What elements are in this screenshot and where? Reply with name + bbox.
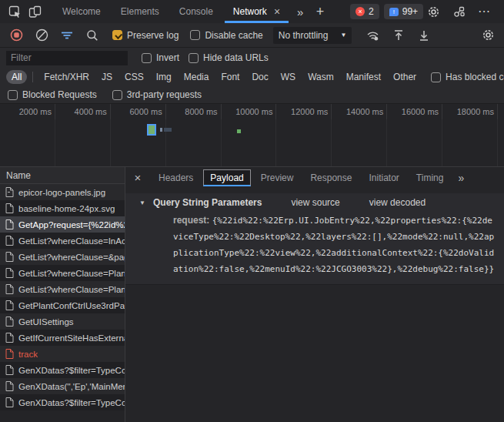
detail-tab-response[interactable]: Response (303, 169, 359, 186)
tick-label: 10000 ms (222, 104, 277, 119)
grid-column (387, 119, 442, 166)
type-filter-doc[interactable]: Doc (246, 70, 273, 84)
request-row[interactable]: GetList?whereClause=Plant+... (0, 281, 125, 297)
download-arrow-icon (418, 29, 430, 42)
blocked-requests-checkbox[interactable]: Blocked Requests (8, 89, 97, 100)
request-row-error[interactable]: track (0, 346, 125, 362)
request-name: epicor-logo-panels.jpg (18, 188, 105, 197)
third-party-requests-checkbox[interactable]: 3rd-party requests (112, 89, 202, 100)
throttling-dropdown[interactable]: No throttling ▼ (273, 27, 352, 44)
type-filter-wasm[interactable]: Wasm (302, 70, 339, 84)
tab-elements[interactable]: Elements (111, 0, 169, 23)
request-row[interactable]: GenXDatas('','Ep','MainMenuH... (0, 378, 125, 394)
close-devtools-button[interactable]: × (499, 2, 504, 22)
request-row[interactable]: GetPlantConfCtrlUse3rdPartyS... (0, 297, 125, 313)
request-name: GetList?whereClause=Plant+... (18, 285, 125, 294)
grid-column (442, 119, 498, 166)
checkbox-unchecked-icon (190, 30, 200, 40)
type-filter-media[interactable]: Media (179, 70, 215, 84)
request-row[interactable]: GenXDatas?$filter=TypeCode... (0, 362, 125, 378)
invert-checkbox[interactable]: Invert (142, 52, 179, 63)
name-column-header[interactable]: Name (0, 167, 125, 184)
disable-cache-checkbox[interactable]: Disable cache (190, 30, 262, 41)
tick-label: 2000 ms (0, 104, 55, 119)
type-filter-other[interactable]: Other (388, 70, 422, 84)
error-icon: × (355, 7, 365, 16)
request-row[interactable]: GetList?whereClause=InActive... (0, 233, 125, 249)
error-count-badge[interactable]: × 2 (350, 4, 379, 19)
waterfall-overview[interactable] (0, 119, 504, 166)
detail-tab-preview[interactable]: Preview (254, 169, 301, 186)
close-tab-icon[interactable]: × (274, 5, 280, 18)
gear-icon (482, 28, 495, 42)
detail-tab-initiator[interactable]: Initiator (362, 169, 406, 186)
section-header[interactable]: ▼ Query String Parameters view source vi… (139, 197, 499, 208)
tab-network[interactable]: Network × (223, 0, 290, 23)
clear-network-log-button[interactable] (32, 25, 52, 45)
network-overview[interactable]: 2000 ms 4000 ms 6000 ms 8000 ms 10000 ms… (0, 104, 504, 167)
view-source-link[interactable]: view source (291, 197, 339, 208)
close-detail-icon[interactable]: × (130, 170, 145, 186)
request-row[interactable]: GetList?whereClause=Plant+... (0, 265, 125, 281)
export-har-button[interactable] (414, 25, 434, 45)
network-settings-button[interactable] (478, 25, 498, 45)
network-conditions-button[interactable] (363, 25, 383, 45)
grid-column (332, 119, 387, 166)
request-row-selected[interactable]: GetApp?request={%22id%22:... (0, 216, 125, 233)
type-filter-fetch-xhr[interactable]: Fetch/XHR (38, 70, 95, 84)
file-error-icon (5, 349, 14, 359)
add-panel-button[interactable]: + (310, 2, 330, 22)
request-row[interactable]: GenXDatas?$filter=TypeCode... (0, 394, 125, 410)
file-icon (5, 252, 14, 262)
devtools-experiments-button[interactable] (449, 2, 469, 22)
tab-console[interactable]: Console (169, 0, 223, 23)
view-decoded-link[interactable]: view decoded (369, 197, 426, 208)
file-icon (5, 203, 14, 213)
file-icon (5, 284, 14, 294)
detail-tab-payload[interactable]: Payload (203, 169, 250, 186)
tick-label: 16000 ms (387, 104, 442, 119)
request-row[interactable]: GetUISettings (0, 313, 125, 330)
settings-button[interactable] (423, 2, 443, 22)
request-row[interactable]: GetIfCurrentSiteHasExternalMES (0, 330, 125, 346)
grid-column (222, 119, 277, 166)
request-row[interactable]: GetList?whereClause=&pageS... (0, 249, 125, 265)
tick-label: 12000 ms (276, 104, 332, 119)
import-har-button[interactable] (389, 25, 409, 45)
filter-toggle-button[interactable] (57, 25, 77, 45)
type-filter-ws[interactable]: WS (275, 70, 301, 84)
device-toolbar-button[interactable] (25, 2, 45, 22)
type-filter-manifest[interactable]: Manifest (341, 70, 386, 84)
type-filter-js[interactable]: JS (96, 70, 118, 84)
tab-welcome[interactable]: Welcome (52, 0, 111, 23)
type-filter-font[interactable]: Font (215, 70, 245, 84)
has-blocked-cookies-checkbox[interactable]: Has blocked cookies (431, 72, 504, 82)
request-row[interactable]: epicor-logo-panels.jpg (0, 184, 125, 200)
type-filter-all[interactable]: All (6, 70, 27, 84)
record-icon (10, 28, 23, 42)
file-icon (5, 300, 14, 310)
detail-tab-headers[interactable]: Headers (152, 169, 200, 186)
triangle-down-icon[interactable]: ▼ (139, 199, 147, 206)
more-options-button[interactable]: ⋯ (474, 2, 494, 22)
hide-data-urls-checkbox[interactable]: Hide data URLs (189, 52, 269, 63)
checkbox-unchecked-icon (8, 90, 18, 100)
network-main-area: Name epicor-logo-panels.jpg baseline-hom… (0, 167, 504, 422)
type-filter-img[interactable]: Img (151, 70, 177, 84)
issues-count-badge[interactable]: ! 99+ (384, 4, 423, 19)
preserve-log-checkbox[interactable]: Preserve log (112, 30, 179, 41)
more-tabs-button[interactable]: » (290, 2, 310, 22)
chevron-double-right-icon[interactable]: » (458, 172, 464, 184)
selected-request-marker (147, 124, 156, 136)
param-name: request: (173, 215, 209, 226)
record-network-log-button[interactable] (6, 25, 26, 45)
type-filter-css[interactable]: CSS (119, 70, 149, 84)
detail-tab-timing[interactable]: Timing (409, 169, 451, 186)
resource-type-filters: All Fetch/XHR JS CSS Img Media Font Doc … (0, 68, 504, 86)
file-icon (5, 381, 14, 391)
request-row[interactable]: baseline-home-24px.svg (0, 200, 125, 216)
filter-input[interactable] (6, 51, 128, 65)
grid-column (55, 119, 111, 166)
inspect-element-button[interactable] (5, 2, 25, 22)
search-button[interactable] (82, 25, 102, 45)
